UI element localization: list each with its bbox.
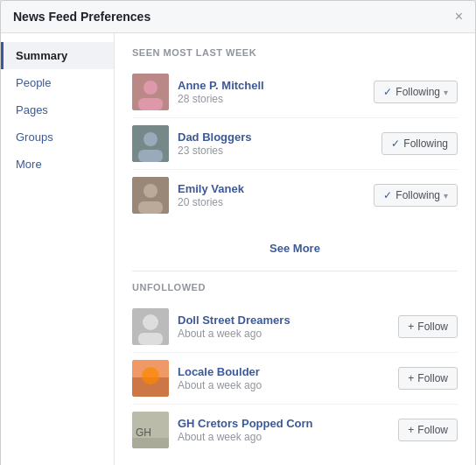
sidebar-item-summary[interactable]: Summary xyxy=(1,42,114,69)
seen-section-label: SEEN MOST LAST WEEK xyxy=(132,47,458,58)
seen-person-list: Anne P. Mitchell 28 stories ✓ Following … xyxy=(132,67,458,221)
person-sub: 28 stories xyxy=(178,93,374,105)
plus-icon: + xyxy=(408,321,414,333)
svg-point-1 xyxy=(144,81,158,95)
person-sub: 20 stories xyxy=(178,196,374,208)
list-item: GH GH Cretors Popped Corn About a week a… xyxy=(132,405,458,455)
close-x-button[interactable]: × xyxy=(455,10,463,24)
sidebar-item-people[interactable]: People xyxy=(1,69,114,96)
sidebar-item-pages[interactable]: Pages xyxy=(1,96,114,123)
main-content: SEEN MOST LAST WEEK Anne P. Mitchell 28 … xyxy=(115,33,475,465)
unfollowed-person-list: Doll Street Dreamers About a week ago + … xyxy=(132,301,458,455)
chevron-down-icon: ▾ xyxy=(444,88,448,97)
dialog-header: News Feed Preferences × xyxy=(1,1,475,33)
section-divider xyxy=(132,271,458,271)
following-button[interactable]: ✓ Following ▾ xyxy=(374,184,458,207)
person-name: GH Cretors Popped Corn xyxy=(178,417,398,430)
check-icon: ✓ xyxy=(391,137,400,150)
person-name: Anne P. Mitchell xyxy=(178,79,374,92)
svg-point-14 xyxy=(142,367,159,384)
check-icon: ✓ xyxy=(383,86,392,98)
following-button[interactable]: ✓ Following xyxy=(382,132,458,155)
list-item: Doll Street Dreamers About a week ago + … xyxy=(132,301,458,353)
svg-rect-11 xyxy=(138,333,163,345)
avatar xyxy=(132,308,169,345)
svg-point-10 xyxy=(143,314,158,330)
see-more-link[interactable]: See More xyxy=(132,235,458,258)
sidebar-item-more[interactable]: More xyxy=(1,151,114,178)
person-sub: About a week ago xyxy=(178,431,398,443)
list-item: Anne P. Mitchell 28 stories ✓ Following … xyxy=(132,67,458,118)
avatar xyxy=(132,74,169,110)
chevron-down-icon: ▾ xyxy=(444,191,448,201)
person-name: Locale Boulder xyxy=(178,365,398,378)
unfollowed-section-label: UNFOLLOWED xyxy=(132,282,458,292)
list-item: Emily Vanek 20 stories ✓ Following ▾ xyxy=(132,170,458,221)
svg-rect-5 xyxy=(138,150,163,162)
svg-rect-8 xyxy=(138,201,163,214)
person-sub: 23 stories xyxy=(178,144,382,157)
person-sub: About a week ago xyxy=(178,328,398,340)
sidebar: Summary People Pages Groups More xyxy=(1,33,115,465)
follow-button[interactable]: + Follow xyxy=(398,315,458,338)
sidebar-item-groups[interactable]: Groups xyxy=(1,123,114,151)
avatar xyxy=(132,125,169,162)
avatar xyxy=(132,360,169,397)
plus-icon: + xyxy=(408,372,414,384)
dialog-title: News Feed Preferences xyxy=(13,10,150,24)
person-name: Emily Vanek xyxy=(178,182,374,195)
svg-rect-17 xyxy=(132,438,169,448)
avatar xyxy=(132,177,169,214)
news-feed-preferences-dialog: News Feed Preferences × Summary People P… xyxy=(0,0,476,465)
dialog-body: Summary People Pages Groups More SEEN MO… xyxy=(1,33,475,465)
list-item: Locale Boulder About a week ago + Follow xyxy=(132,353,458,405)
follow-button[interactable]: + Follow xyxy=(398,367,458,390)
plus-icon: + xyxy=(408,424,414,436)
svg-rect-2 xyxy=(138,98,163,110)
person-name: Dad Bloggers xyxy=(178,130,382,144)
check-icon: ✓ xyxy=(383,189,392,201)
following-button[interactable]: ✓ Following ▾ xyxy=(374,81,458,103)
follow-button[interactable]: + Follow xyxy=(398,419,458,441)
list-item: Dad Bloggers 23 stories ✓ Following xyxy=(132,118,458,170)
person-sub: About a week ago xyxy=(178,379,398,391)
avatar: GH xyxy=(132,412,169,448)
svg-text:GH: GH xyxy=(136,426,151,439)
svg-point-7 xyxy=(144,184,158,198)
svg-point-4 xyxy=(144,132,158,146)
person-name: Doll Street Dreamers xyxy=(178,314,398,327)
